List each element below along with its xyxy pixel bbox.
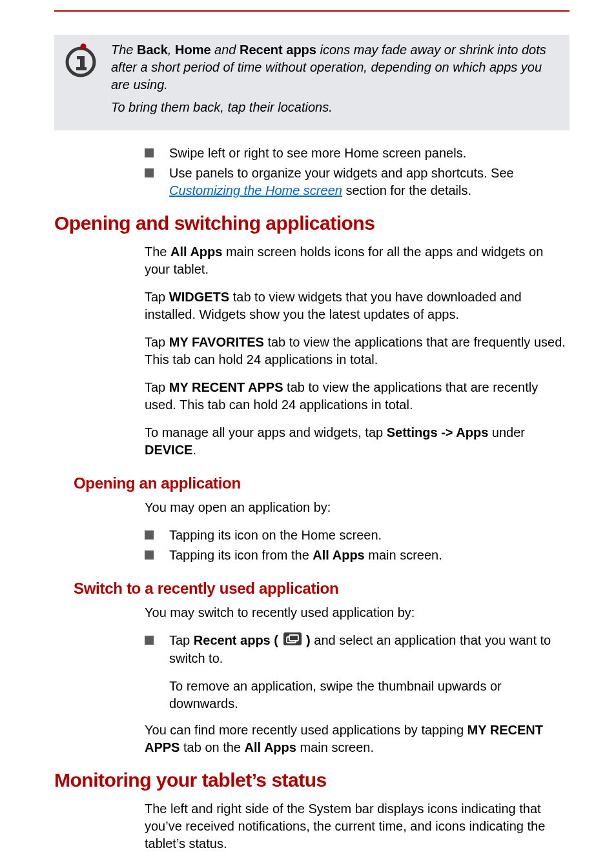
bullet-icon <box>145 168 154 177</box>
paragraph: Tap MY FAVORITES tab to view the applica… <box>145 334 570 368</box>
paragraph: To manage all your apps and widgets, tap… <box>145 424 570 459</box>
bold-widgets: WIDGETS <box>169 290 229 304</box>
note-box: The Back, Home and Recent apps icons may… <box>54 35 570 130</box>
header-rule <box>54 10 570 12</box>
bullet-text: Use panels to organize your widgets and … <box>169 165 570 199</box>
note-text-frag: and <box>211 43 240 57</box>
bold-all-apps: All Apps <box>313 548 364 562</box>
text-frag: Tap <box>169 633 194 647</box>
note-bold-home: Home <box>175 43 211 57</box>
note-line-2: To bring them back, tap their locations. <box>111 99 559 116</box>
bold-my-recent-apps: MY RECENT APPS <box>169 380 283 394</box>
paragraph: The All Apps main screen holds icons for… <box>145 243 570 278</box>
text-frag: . <box>192 443 196 457</box>
bullet-text: Swipe left or right to see more Home scr… <box>169 145 466 162</box>
text-frag: You can find more recently used applicat… <box>145 723 467 737</box>
paragraph: You can find more recently used applicat… <box>145 722 570 756</box>
text-frag: Tap <box>145 380 169 394</box>
text-frag: under <box>488 425 525 439</box>
list-item: Tap Recent apps ( ) and select an applic… <box>145 632 570 667</box>
bold-recent-apps-open: Recent apps ( <box>194 633 282 647</box>
paragraph: You may open an application by: <box>145 499 570 516</box>
bold-recent-apps-close: ) <box>303 633 311 647</box>
bold-my-favorites: MY FAVORITES <box>169 335 264 349</box>
recent-apps-icon <box>283 632 302 650</box>
heading-switch-recent: Switch to a recently used application <box>74 580 570 598</box>
bold-all-apps: All Apps <box>245 740 296 754</box>
paragraph: The left and right side of the System ba… <box>145 800 570 853</box>
bold-settings-apps: Settings -> Apps <box>387 425 489 439</box>
note-bold-recent: Recent apps <box>240 43 316 57</box>
text-frag: Tap <box>145 290 169 304</box>
bullet-icon <box>145 148 154 157</box>
home-panel-bullets: Swipe left or right to see more Home scr… <box>145 145 570 199</box>
note-text-frag: , <box>168 43 175 57</box>
list-item: Tapping its icon on the Home screen. <box>145 527 570 544</box>
customizing-home-screen-link[interactable]: Customizing the Home screen <box>169 183 342 197</box>
text-frag: main screen. <box>296 740 374 754</box>
paragraph: Tap WIDGETS tab to view widgets that you… <box>145 288 570 323</box>
text-frag: Tapping its icon from the <box>169 548 313 562</box>
text-frag: main screen. <box>365 548 442 562</box>
list-item: Swipe left or right to see more Home scr… <box>145 145 570 162</box>
svg-rect-4 <box>76 67 87 70</box>
heading-monitoring-status: Monitoring your tablet’s status <box>54 769 570 791</box>
text-frag: To manage all your apps and widgets, tap <box>145 425 387 439</box>
text-frag: The <box>145 245 170 259</box>
bullet-icon <box>145 530 154 540</box>
note-bold-back: Back <box>137 43 168 57</box>
page-container: The Back, Home and Recent apps icons may… <box>0 0 616 868</box>
bullet-icon <box>145 550 154 560</box>
bold-device: DEVICE <box>145 443 192 457</box>
switch-recent-bullets: Tap Recent apps ( ) and select an applic… <box>145 632 570 667</box>
text-frag: Use panels to organize your widgets and … <box>169 166 514 180</box>
info-icon <box>65 41 97 121</box>
bullet-icon <box>145 636 154 645</box>
heading-opening-switching: Opening and switching applications <box>54 212 570 234</box>
list-item: Tapping its icon from the All Apps main … <box>145 547 570 564</box>
sub-paragraph: To remove an application, swipe the thum… <box>169 678 570 712</box>
text-frag: tab on the <box>180 740 244 754</box>
list-item: Use panels to organize your widgets and … <box>145 165 570 199</box>
bold-all-apps: All Apps <box>170 245 222 259</box>
bullet-text: Tap Recent apps ( ) and select an applic… <box>169 632 570 667</box>
open-app-bullets: Tapping its icon on the Home screen. Tap… <box>145 527 570 564</box>
bullet-text: Tapping its icon from the All Apps main … <box>169 547 442 564</box>
svg-point-1 <box>81 44 87 50</box>
svg-rect-7 <box>289 635 298 641</box>
paragraph: You may switch to recently used applicat… <box>145 604 570 621</box>
text-frag: Tap <box>145 335 169 349</box>
text-frag: section for the details. <box>342 183 471 197</box>
note-text-frag: The <box>111 43 137 57</box>
heading-opening-application: Opening an application <box>74 474 570 492</box>
bullet-text: Tapping its icon on the Home screen. <box>169 527 382 544</box>
note-text: The Back, Home and Recent apps icons may… <box>111 41 559 121</box>
paragraph: Tap MY RECENT APPS tab to view the appli… <box>145 379 570 414</box>
